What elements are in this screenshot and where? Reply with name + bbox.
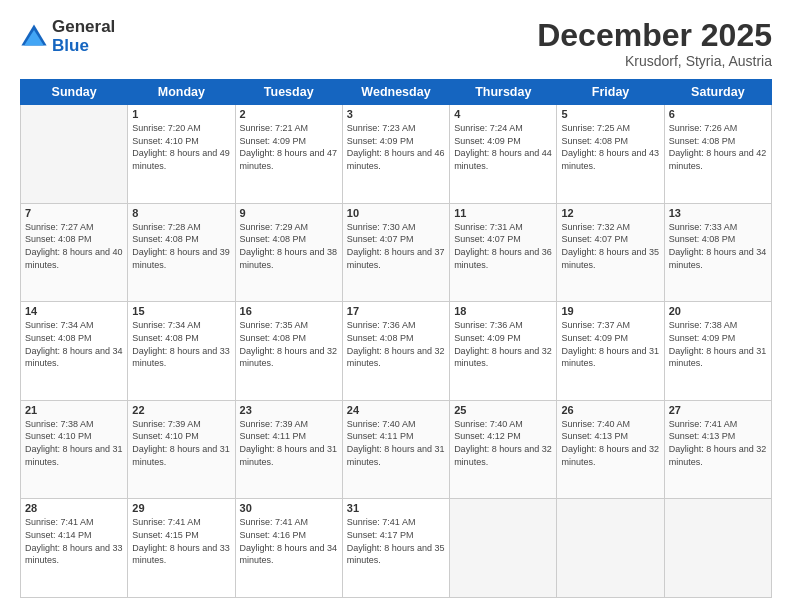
day-info: Sunrise: 7:33 AMSunset: 4:08 PMDaylight:…	[669, 221, 767, 271]
calendar-cell	[450, 499, 557, 598]
day-number: 22	[132, 404, 230, 416]
day-info: Sunrise: 7:40 AMSunset: 4:13 PMDaylight:…	[561, 418, 659, 468]
day-number: 5	[561, 108, 659, 120]
day-number: 13	[669, 207, 767, 219]
day-number: 14	[25, 305, 123, 317]
day-number: 30	[240, 502, 338, 514]
day-number: 2	[240, 108, 338, 120]
calendar-cell: 27Sunrise: 7:41 AMSunset: 4:13 PMDayligh…	[664, 400, 771, 499]
day-number: 19	[561, 305, 659, 317]
calendar-cell: 23Sunrise: 7:39 AMSunset: 4:11 PMDayligh…	[235, 400, 342, 499]
logo-blue: Blue	[52, 37, 115, 56]
weekday-header-tuesday: Tuesday	[235, 80, 342, 105]
day-number: 27	[669, 404, 767, 416]
day-number: 12	[561, 207, 659, 219]
calendar-cell: 7Sunrise: 7:27 AMSunset: 4:08 PMDaylight…	[21, 203, 128, 302]
weekday-header-thursday: Thursday	[450, 80, 557, 105]
calendar-cell: 20Sunrise: 7:38 AMSunset: 4:09 PMDayligh…	[664, 302, 771, 401]
day-number: 7	[25, 207, 123, 219]
day-info: Sunrise: 7:40 AMSunset: 4:11 PMDaylight:…	[347, 418, 445, 468]
calendar-cell: 5Sunrise: 7:25 AMSunset: 4:08 PMDaylight…	[557, 105, 664, 204]
day-info: Sunrise: 7:27 AMSunset: 4:08 PMDaylight:…	[25, 221, 123, 271]
day-number: 4	[454, 108, 552, 120]
day-info: Sunrise: 7:21 AMSunset: 4:09 PMDaylight:…	[240, 122, 338, 172]
calendar-cell: 31Sunrise: 7:41 AMSunset: 4:17 PMDayligh…	[342, 499, 449, 598]
day-info: Sunrise: 7:41 AMSunset: 4:13 PMDaylight:…	[669, 418, 767, 468]
day-info: Sunrise: 7:26 AMSunset: 4:08 PMDaylight:…	[669, 122, 767, 172]
calendar-cell: 4Sunrise: 7:24 AMSunset: 4:09 PMDaylight…	[450, 105, 557, 204]
calendar-cell: 13Sunrise: 7:33 AMSunset: 4:08 PMDayligh…	[664, 203, 771, 302]
weekday-header-sunday: Sunday	[21, 80, 128, 105]
weekday-header-saturday: Saturday	[664, 80, 771, 105]
day-number: 16	[240, 305, 338, 317]
day-number: 21	[25, 404, 123, 416]
calendar-cell: 8Sunrise: 7:28 AMSunset: 4:08 PMDaylight…	[128, 203, 235, 302]
day-info: Sunrise: 7:38 AMSunset: 4:09 PMDaylight:…	[669, 319, 767, 369]
day-info: Sunrise: 7:40 AMSunset: 4:12 PMDaylight:…	[454, 418, 552, 468]
day-info: Sunrise: 7:37 AMSunset: 4:09 PMDaylight:…	[561, 319, 659, 369]
calendar-cell: 19Sunrise: 7:37 AMSunset: 4:09 PMDayligh…	[557, 302, 664, 401]
calendar-cell	[557, 499, 664, 598]
calendar-cell	[664, 499, 771, 598]
day-info: Sunrise: 7:30 AMSunset: 4:07 PMDaylight:…	[347, 221, 445, 271]
calendar-cell: 17Sunrise: 7:36 AMSunset: 4:08 PMDayligh…	[342, 302, 449, 401]
calendar-cell: 1Sunrise: 7:20 AMSunset: 4:10 PMDaylight…	[128, 105, 235, 204]
day-info: Sunrise: 7:25 AMSunset: 4:08 PMDaylight:…	[561, 122, 659, 172]
day-number: 26	[561, 404, 659, 416]
day-number: 11	[454, 207, 552, 219]
header: General Blue December 2025 Krusdorf, Sty…	[20, 18, 772, 69]
calendar-cell: 21Sunrise: 7:38 AMSunset: 4:10 PMDayligh…	[21, 400, 128, 499]
calendar-cell: 12Sunrise: 7:32 AMSunset: 4:07 PMDayligh…	[557, 203, 664, 302]
day-info: Sunrise: 7:35 AMSunset: 4:08 PMDaylight:…	[240, 319, 338, 369]
logo-general: General	[52, 18, 115, 37]
weekday-header-friday: Friday	[557, 80, 664, 105]
day-number: 31	[347, 502, 445, 514]
day-info: Sunrise: 7:24 AMSunset: 4:09 PMDaylight:…	[454, 122, 552, 172]
weekday-header-wednesday: Wednesday	[342, 80, 449, 105]
calendar-cell	[21, 105, 128, 204]
day-number: 6	[669, 108, 767, 120]
day-info: Sunrise: 7:36 AMSunset: 4:08 PMDaylight:…	[347, 319, 445, 369]
calendar-week-5: 28Sunrise: 7:41 AMSunset: 4:14 PMDayligh…	[21, 499, 772, 598]
calendar-cell: 30Sunrise: 7:41 AMSunset: 4:16 PMDayligh…	[235, 499, 342, 598]
month-title: December 2025	[537, 18, 772, 53]
logo-text: General Blue	[52, 18, 115, 55]
calendar-week-3: 14Sunrise: 7:34 AMSunset: 4:08 PMDayligh…	[21, 302, 772, 401]
calendar-cell: 16Sunrise: 7:35 AMSunset: 4:08 PMDayligh…	[235, 302, 342, 401]
day-info: Sunrise: 7:29 AMSunset: 4:08 PMDaylight:…	[240, 221, 338, 271]
calendar-cell: 14Sunrise: 7:34 AMSunset: 4:08 PMDayligh…	[21, 302, 128, 401]
calendar-cell: 25Sunrise: 7:40 AMSunset: 4:12 PMDayligh…	[450, 400, 557, 499]
calendar-week-2: 7Sunrise: 7:27 AMSunset: 4:08 PMDaylight…	[21, 203, 772, 302]
logo: General Blue	[20, 18, 115, 55]
day-number: 10	[347, 207, 445, 219]
calendar-week-1: 1Sunrise: 7:20 AMSunset: 4:10 PMDaylight…	[21, 105, 772, 204]
day-info: Sunrise: 7:32 AMSunset: 4:07 PMDaylight:…	[561, 221, 659, 271]
day-info: Sunrise: 7:41 AMSunset: 4:16 PMDaylight:…	[240, 516, 338, 566]
day-number: 3	[347, 108, 445, 120]
calendar-table: SundayMondayTuesdayWednesdayThursdayFrid…	[20, 79, 772, 598]
day-number: 9	[240, 207, 338, 219]
day-number: 1	[132, 108, 230, 120]
calendar-cell: 10Sunrise: 7:30 AMSunset: 4:07 PMDayligh…	[342, 203, 449, 302]
logo-icon	[20, 23, 48, 51]
location-subtitle: Krusdorf, Styria, Austria	[537, 53, 772, 69]
calendar-cell: 11Sunrise: 7:31 AMSunset: 4:07 PMDayligh…	[450, 203, 557, 302]
day-info: Sunrise: 7:39 AMSunset: 4:10 PMDaylight:…	[132, 418, 230, 468]
day-info: Sunrise: 7:38 AMSunset: 4:10 PMDaylight:…	[25, 418, 123, 468]
day-number: 15	[132, 305, 230, 317]
calendar-cell: 15Sunrise: 7:34 AMSunset: 4:08 PMDayligh…	[128, 302, 235, 401]
day-number: 20	[669, 305, 767, 317]
page: General Blue December 2025 Krusdorf, Sty…	[0, 0, 792, 612]
calendar-cell: 28Sunrise: 7:41 AMSunset: 4:14 PMDayligh…	[21, 499, 128, 598]
calendar-week-4: 21Sunrise: 7:38 AMSunset: 4:10 PMDayligh…	[21, 400, 772, 499]
day-info: Sunrise: 7:34 AMSunset: 4:08 PMDaylight:…	[25, 319, 123, 369]
day-info: Sunrise: 7:41 AMSunset: 4:15 PMDaylight:…	[132, 516, 230, 566]
day-number: 23	[240, 404, 338, 416]
day-number: 29	[132, 502, 230, 514]
day-info: Sunrise: 7:36 AMSunset: 4:09 PMDaylight:…	[454, 319, 552, 369]
calendar-cell: 9Sunrise: 7:29 AMSunset: 4:08 PMDaylight…	[235, 203, 342, 302]
day-number: 25	[454, 404, 552, 416]
day-info: Sunrise: 7:41 AMSunset: 4:14 PMDaylight:…	[25, 516, 123, 566]
day-number: 28	[25, 502, 123, 514]
day-info: Sunrise: 7:23 AMSunset: 4:09 PMDaylight:…	[347, 122, 445, 172]
